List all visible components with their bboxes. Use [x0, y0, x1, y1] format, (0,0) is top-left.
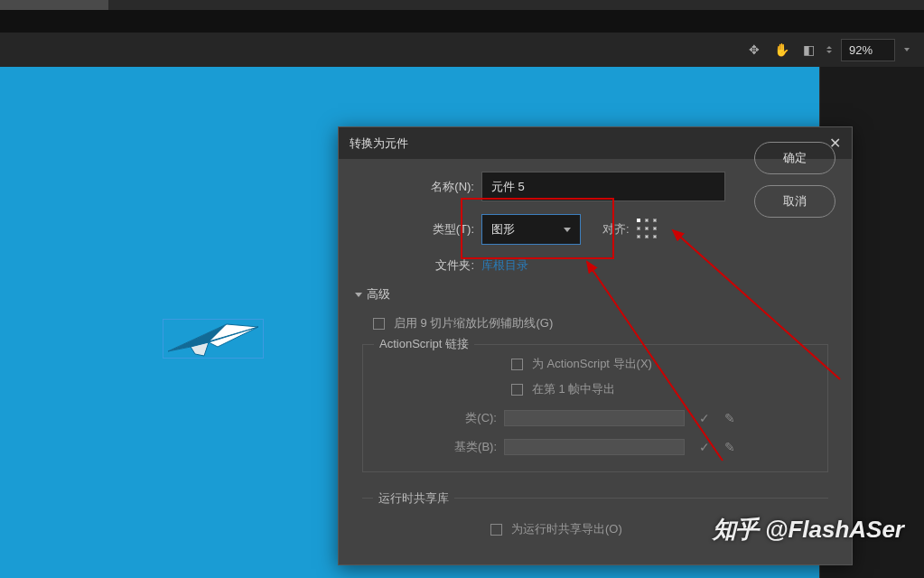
- align-label: 对齐:: [602, 221, 630, 238]
- runtime-share-legend: 运行时共享库: [373, 491, 454, 505]
- watermark: 知乎 @FlashASer: [713, 514, 904, 545]
- watermark-handle: @FlashASer: [765, 516, 904, 544]
- app-header: [0, 11, 924, 33]
- export-frame1-label: 在第 1 帧中导出: [532, 381, 615, 397]
- zoom-dropdown-icon[interactable]: [904, 48, 910, 51]
- export-as-label: 为 ActionScript 导出(X): [532, 356, 652, 372]
- edit-icon[interactable]: ✎: [724, 440, 735, 454]
- folder-label: 文件夹:: [355, 257, 481, 274]
- folder-link[interactable]: 库根目录: [481, 257, 528, 274]
- convert-to-symbol-dialog: 转换为元件 ✕ 确定 取消 名称(N): 类型(T): 图形 对齐:: [338, 126, 853, 565]
- center-stage-icon[interactable]: ✥: [745, 41, 763, 59]
- stage-toolbar: ✥ ✋ ◧ 92%: [0, 33, 924, 67]
- type-value: 图形: [491, 221, 515, 238]
- check-icon[interactable]: ✓: [699, 411, 710, 425]
- zoom-spinner[interactable]: [826, 46, 832, 53]
- base-class-input[interactable]: [504, 439, 685, 455]
- name-input[interactable]: [481, 172, 725, 201]
- zoom-level-select[interactable]: 92%: [841, 39, 895, 61]
- chevron-down-icon: [355, 293, 362, 297]
- runtime-share-section: 运行时共享库: [362, 490, 828, 507]
- dialog-title-text: 转换为元件: [350, 135, 408, 152]
- actionscript-linkage-fieldset: ActionScript 链接 为 ActionScript 导出(X) 在第 …: [362, 344, 828, 472]
- selected-symbol[interactable]: [163, 319, 264, 359]
- enable-9slice-label: 启用 9 切片缩放比例辅助线(G): [394, 315, 553, 331]
- ok-button[interactable]: 确定: [754, 142, 835, 174]
- enable-9slice-checkbox[interactable]: [373, 318, 385, 330]
- cancel-button[interactable]: 取消: [754, 185, 835, 218]
- registration-grid[interactable]: [637, 219, 658, 240]
- export-runtime-checkbox[interactable]: [490, 524, 502, 536]
- type-label: 类型(T):: [355, 221, 481, 238]
- export-frame1-checkbox[interactable]: [511, 384, 523, 396]
- edit-icon[interactable]: ✎: [724, 411, 735, 425]
- advanced-toggle[interactable]: 高级: [355, 286, 835, 303]
- class-label: 类(C):: [376, 410, 504, 426]
- export-runtime-label: 为运行时共享导出(O): [511, 521, 622, 537]
- chevron-down-icon: [564, 228, 571, 232]
- class-input[interactable]: [504, 410, 685, 426]
- export-as-checkbox[interactable]: [511, 359, 523, 370]
- check-icon[interactable]: ✓: [699, 440, 710, 454]
- as-linkage-legend: ActionScript 链接: [374, 336, 474, 352]
- type-select[interactable]: 图形: [481, 214, 581, 245]
- name-label: 名称(N):: [355, 179, 481, 195]
- hand-tool-icon[interactable]: ✋: [772, 41, 790, 59]
- base-class-label: 基类(B):: [376, 439, 504, 455]
- app-tab-bar: [0, 0, 924, 11]
- zoom-level-text: 92%: [849, 43, 873, 57]
- clip-icon[interactable]: ◧: [799, 41, 817, 59]
- zhihu-logo: 知乎: [713, 514, 758, 545]
- advanced-label: 高级: [367, 286, 390, 303]
